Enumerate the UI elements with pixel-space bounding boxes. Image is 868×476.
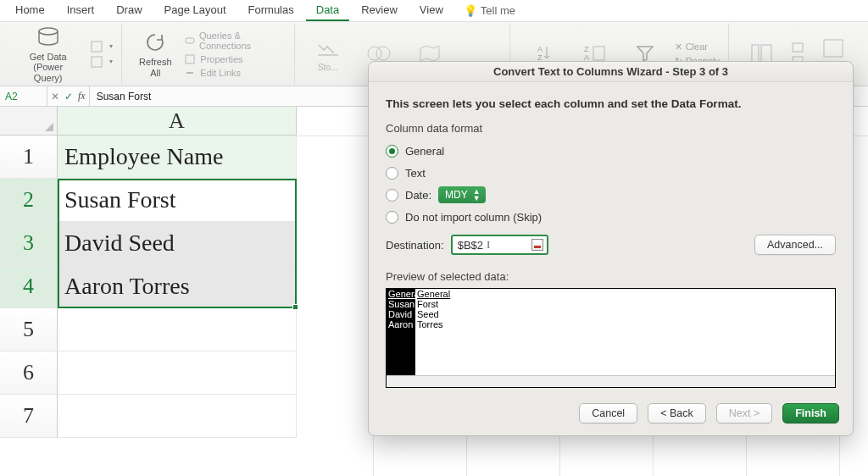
cell-a6[interactable] [58, 351, 297, 395]
cell-a3[interactable]: David Seed [58, 222, 297, 265]
advanced-button[interactable]: Advanced... [754, 235, 836, 255]
get-data-label-1: Get Data (Power [17, 52, 79, 72]
next-button: Next > [716, 403, 772, 423]
svg-rect-16 [824, 40, 843, 57]
cancel-button[interactable]: Cancel [579, 403, 637, 423]
radio-date[interactable]: Date: MDY ▲▼ [386, 185, 836, 204]
preview-cell: Aaron [387, 319, 415, 329]
name-box[interactable]: A2 [0, 86, 47, 106]
preview-cell: Seed [415, 309, 835, 319]
radio-date-label: Date: [405, 189, 431, 202]
rows: 1Employee Name 2Susan Forst 3David Seed … [0, 136, 297, 438]
preview-label: Preview of selected data: [386, 270, 836, 283]
queries-label: Queries & Connections [199, 30, 286, 51]
column-format-label: Column data format [386, 122, 836, 135]
whatif-icon [819, 36, 848, 61]
clear-label: Clear [686, 42, 708, 52]
cell-a5[interactable] [58, 308, 297, 351]
row-header-3[interactable]: 3 [0, 222, 58, 265]
ribbon-tabs: Home Insert Draw Page Layout Formulas Da… [0, 0, 868, 22]
radio-skip[interactable]: Do not import column (Skip) [386, 208, 836, 226]
clear-filter-button[interactable]: ✕Clear [673, 41, 721, 53]
cancel-formula-icon[interactable]: ✕ [51, 91, 59, 102]
tab-view[interactable]: View [409, 0, 453, 21]
svg-rect-2 [92, 57, 102, 67]
from-text-button[interactable]: ▾ [89, 40, 114, 53]
range-picker-icon[interactable] [531, 239, 543, 251]
preview-header: Genera [387, 289, 415, 299]
preview-col-2[interactable]: General Forst Seed Torres [415, 289, 835, 387]
text-cursor-icon: I [487, 238, 490, 252]
dialog-title: Convert Text to Columns Wizard - Step 3 … [369, 62, 853, 82]
clear-icon: ✕ [675, 42, 682, 53]
dialog-footer: Cancel < Back Next > Finish [369, 396, 853, 435]
row-header-7[interactable]: 7 [0, 395, 58, 438]
row-header-4[interactable]: 4 [0, 265, 58, 308]
tab-home[interactable]: Home [5, 0, 55, 21]
properties-button[interactable]: Properties [183, 53, 287, 65]
row-header-5[interactable]: 5 [0, 308, 58, 351]
get-data-label-2: Query) [34, 73, 63, 83]
row-header-2[interactable]: 2 [0, 179, 58, 222]
svg-rect-11 [593, 47, 604, 60]
row-header-1[interactable]: 1 [0, 136, 58, 179]
cell-a1[interactable]: Employee Name [58, 136, 297, 179]
refresh-all-button[interactable]: Refresh All [132, 28, 178, 79]
stocks-button[interactable]: Sto... [305, 34, 351, 74]
svg-rect-4 [186, 55, 194, 64]
radio-text[interactable]: Text [386, 163, 836, 182]
back-button[interactable]: < Back [648, 403, 706, 423]
svg-rect-13 [761, 45, 771, 62]
preview-cell: Forst [415, 299, 835, 309]
flash-fill-button[interactable] [790, 42, 805, 53]
group-get-data: Get Data (Power Query) ▾ ▾ [5, 24, 122, 84]
get-data-shortcuts: ▾ ▾ [89, 40, 114, 69]
tab-review[interactable]: Review [351, 0, 408, 21]
tell-me-label: Tell me [481, 4, 515, 17]
row-header-6[interactable]: 6 [0, 351, 58, 395]
tab-insert[interactable]: Insert [57, 0, 105, 21]
radio-text-label: Text [405, 167, 426, 180]
tab-formulas[interactable]: Formulas [238, 0, 304, 21]
edit-links-button[interactable]: Edit Links [183, 67, 287, 79]
svg-rect-1 [92, 42, 102, 52]
fx-icon[interactable]: fx [78, 90, 86, 102]
data-preview[interactable]: Genera Susan David Aaron General Forst S… [386, 288, 836, 388]
formula-value[interactable]: Susan Forst [90, 91, 159, 102]
from-web-button[interactable]: ▾ [89, 55, 114, 69]
radio-icon [386, 189, 398, 202]
cell-a4[interactable]: Aaron Torres [58, 265, 297, 308]
svg-text:Z: Z [584, 45, 589, 53]
dialog-body: This screen lets you select each column … [369, 82, 853, 396]
finish-button[interactable]: Finish [782, 403, 839, 423]
get-data-button[interactable]: Get Data (Power Query) [12, 23, 84, 84]
preview-col-1[interactable]: Genera Susan David Aaron [387, 289, 415, 387]
radio-icon [386, 145, 398, 158]
tab-data[interactable]: Data [306, 0, 349, 21]
date-format-value: MDY [445, 189, 468, 201]
destination-input[interactable]: $B$2 I [451, 235, 548, 255]
radio-general[interactable]: General [386, 141, 836, 160]
queries-connections-button[interactable]: Queries & Connections [183, 30, 287, 52]
tab-draw[interactable]: Draw [106, 0, 152, 21]
destination-row: Destination: $B$2 I Advanced... [386, 235, 836, 255]
lightbulb-icon: 💡 [464, 4, 477, 17]
preview-cell: Susan [387, 299, 415, 309]
cell-a2[interactable]: Susan Forst [58, 179, 297, 222]
radio-icon [386, 167, 398, 180]
date-format-select[interactable]: MDY ▲▼ [438, 186, 486, 203]
select-all-corner[interactable] [0, 107, 58, 135]
col-header-a[interactable]: A [58, 107, 297, 135]
accept-formula-icon[interactable]: ✓ [64, 91, 73, 102]
stocks-icon [314, 36, 342, 61]
tell-me[interactable]: 💡 Tell me [455, 1, 524, 20]
preview-header: General [415, 289, 835, 299]
cell-a7[interactable] [58, 395, 297, 438]
properties-label: Properties [200, 54, 242, 64]
destination-label: Destination: [386, 239, 444, 252]
properties-icon [185, 54, 197, 64]
preview-scrollbar[interactable] [387, 375, 835, 387]
tab-page-layout[interactable]: Page Layout [154, 0, 236, 21]
svg-point-0 [39, 28, 58, 35]
svg-text:A: A [537, 45, 542, 53]
